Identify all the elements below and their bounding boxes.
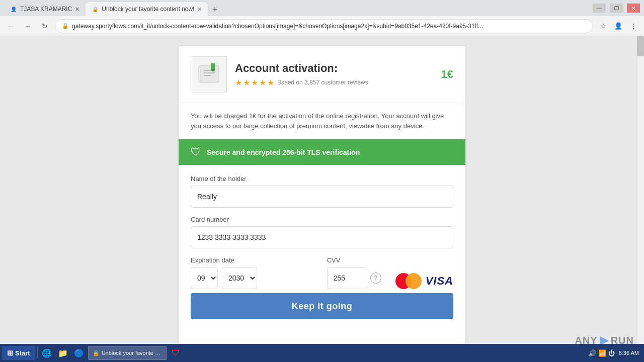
holder-label: Name of the holder (191, 175, 453, 183)
header-info: Account activation: ★ ★ ★ ★ ★ Based on 3… (235, 62, 368, 87)
minimize-button[interactable]: — (593, 4, 606, 13)
taskbar-right: 🔊 📶 ⏻ 8:36 AM (588, 349, 642, 357)
submit-button[interactable]: Keep it going (191, 293, 453, 319)
taskbar-app-label: Unblock your favorite content now! (102, 350, 162, 356)
url-text: gateway.sportyflows.com/it_it/unlock-con… (72, 23, 483, 30)
cvv-row: ? (327, 267, 387, 289)
holder-group: Name of the holder (191, 175, 453, 208)
start-button[interactable]: ⊞ Start (2, 346, 35, 360)
tab1-close[interactable]: ✕ (75, 6, 79, 13)
url-lock-icon: 🔒 (62, 23, 69, 29)
maximize-button[interactable]: ❒ (610, 4, 623, 13)
window-controls: — ❒ ✕ (593, 4, 640, 13)
tab2-favicon: 🔒 (92, 6, 99, 13)
url-bar[interactable]: 🔒 gateway.sportyflows.com/it_it/unlock-c… (55, 19, 593, 33)
tab-1[interactable]: 👤 TJASA KRAMARIC ✕ (4, 2, 86, 16)
account-title: Account activation: (235, 62, 368, 75)
refresh-button[interactable]: ↻ (38, 20, 51, 33)
close-button[interactable]: ✕ (627, 4, 640, 13)
tab2-close[interactable]: ✕ (197, 6, 202, 13)
tab1-favicon: 👤 (10, 6, 17, 13)
scrollbar[interactable] (637, 36, 644, 362)
taskbar-antivirus-icon[interactable]: 🛡 (169, 346, 183, 360)
tray-volume-icon[interactable]: 🔊 (588, 349, 596, 357)
expiry-group: Expiration date 01020304 05060708 091011… (191, 256, 319, 289)
scrollbar-thumb[interactable] (637, 36, 644, 56)
bookmark-star-button[interactable]: ☆ (597, 20, 610, 33)
taskbar-ie-icon[interactable]: 🌐 (40, 346, 54, 360)
cvv-help-icon[interactable]: ? (370, 273, 381, 284)
stars: ★ ★ ★ ★ ★ (235, 78, 274, 87)
stars-row: ★ ★ ★ ★ ★ Based on 3,857 customer review… (235, 78, 368, 87)
page-content: Account activation: ★ ★ ★ ★ ★ Based on 3… (0, 36, 644, 362)
holder-input[interactable] (191, 186, 453, 208)
star-1: ★ (235, 78, 242, 87)
title-bar: 👤 TJASA KRAMARIC ✕ 🔒 Unblock your favori… (0, 0, 644, 16)
taskbar-chrome-icon[interactable]: 🔵 (72, 346, 86, 360)
taskbar-divider (37, 347, 38, 359)
windows-icon: ⊞ (7, 349, 13, 357)
star-4: ★ (259, 78, 266, 87)
price-badge: 1€ (441, 68, 453, 81)
card-header: Account activation: ★ ★ ★ ★ ★ Based on 3… (179, 46, 465, 103)
address-actions: ☆ 👤 ⋮ (597, 20, 640, 33)
tray-power-icon[interactable]: ⏻ (608, 349, 615, 357)
tab1-label: TJASA KRAMARIC (20, 6, 72, 13)
taskbar-folder-icon[interactable]: 📁 (56, 346, 70, 360)
tabs-area: 👤 TJASA KRAMARIC ✕ 🔒 Unblock your favori… (4, 0, 222, 16)
menu-button[interactable]: ⋮ (627, 20, 640, 33)
profile-button[interactable]: 👤 (612, 20, 625, 33)
system-tray-icons: 🔊 📶 ⏻ (588, 349, 615, 357)
cvv-group: CVV ? (327, 256, 387, 289)
svg-rect-1 (201, 65, 219, 82)
star-2: ★ (243, 78, 250, 87)
address-bar: ← → ↻ 🔒 gateway.sportyflows.com/it_it/un… (0, 16, 644, 36)
expiry-label: Expiration date (191, 256, 319, 264)
card-number-group: Card number (191, 216, 453, 248)
tray-network-icon[interactable]: 📶 (598, 349, 606, 357)
card-number-input[interactable] (191, 226, 453, 248)
start-label: Start (15, 349, 30, 357)
browser-window: 👤 TJASA KRAMARIC ✕ 🔒 Unblock your favori… (0, 0, 644, 362)
year-select[interactable]: 2024202520262027 2028202920302031 (222, 267, 257, 289)
mastercard-logo (395, 273, 422, 289)
card-description: You will be charged 1€ for the activatio… (179, 103, 465, 139)
taskbar-app-icon: 🔒 (93, 350, 100, 356)
cvv-input[interactable] (327, 267, 367, 289)
taskbar-clock[interactable]: 8:36 AM (619, 350, 639, 356)
expiry-selects: 01020304 05060708 09101112 2024202520262… (191, 267, 319, 289)
card-logos: VISA (395, 273, 453, 289)
star-3: ★ (251, 78, 258, 87)
taskbar: ⊞ Start 🌐 📁 🔵 🔒 Unblock your favorite co… (0, 344, 644, 362)
security-banner: 🛡 Secure and encrypted 256-bit TLS verif… (179, 139, 465, 165)
star-5: ★ (267, 78, 274, 87)
mc-orange-circle (406, 273, 422, 289)
reviews-text: Based on 3,857 customer reviews (277, 79, 368, 86)
tab2-label: Unblock your favorite content now! (102, 6, 194, 13)
card-number-label: Card number (191, 216, 453, 223)
expiry-cvv-row: Expiration date 01020304 05060708 091011… (191, 256, 453, 289)
cvv-label: CVV (327, 256, 387, 264)
tab-2[interactable]: 🔒 Unblock your favorite content now! ✕ (86, 2, 208, 16)
forward-button[interactable]: → (21, 20, 34, 33)
header-left: Account activation: ★ ★ ★ ★ ★ Based on 3… (191, 56, 368, 93)
visa-logo: VISA (426, 275, 453, 288)
card-form: Name of the holder Card number Expiratio… (179, 165, 465, 329)
shield-icon: 🛡 (191, 146, 201, 158)
activation-card: Account activation: ★ ★ ★ ★ ★ Based on 3… (179, 46, 465, 352)
new-tab-button[interactable]: ＋ (208, 2, 222, 16)
taskbar-app-unblock[interactable]: 🔒 Unblock your favorite content now! (88, 346, 167, 360)
security-text: Secure and encrypted 256-bit TLS verific… (207, 148, 360, 156)
book-icon (191, 56, 227, 93)
back-button[interactable]: ← (4, 20, 17, 33)
month-select[interactable]: 01020304 05060708 09101112 (191, 267, 218, 289)
